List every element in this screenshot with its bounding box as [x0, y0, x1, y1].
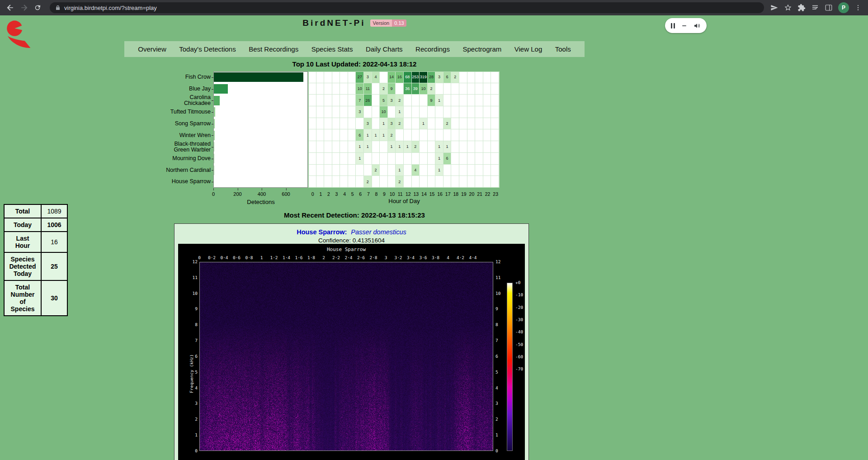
time-tick: 3·8	[432, 255, 439, 260]
volume-icon[interactable]	[693, 22, 701, 29]
heatmap-cell	[412, 118, 420, 130]
nav-item-daily-charts[interactable]: Daily Charts	[366, 45, 403, 53]
species-axis-tick	[211, 95, 213, 106]
heatmap-cell: 16	[396, 71, 404, 83]
top10-heading: Top 10 Last Updated: 2022-04-13 18:12	[124, 60, 585, 68]
species-axis-tick	[211, 83, 213, 95]
heatmap-cell	[372, 106, 380, 118]
heatmap-cell	[467, 95, 476, 106]
species-label: Song Sparrow	[162, 118, 211, 130]
species-axis-tick	[211, 153, 213, 165]
bar-axis-label: Detections	[213, 199, 308, 205]
time-tick: 0·6	[233, 255, 241, 260]
url-bar[interactable]: virginia.birdnetpi.com/?stream=play	[50, 2, 764, 13]
page-title: BirdNET-Pi	[302, 18, 365, 28]
heatmap-cell	[475, 141, 483, 153]
heatmap-cell	[340, 176, 348, 188]
heatmap-cell: 3	[364, 118, 372, 130]
hour-axis-tick: 17	[445, 191, 451, 197]
reload-button[interactable]	[32, 2, 43, 14]
freq-tick-right: 9	[495, 306, 498, 311]
heatmap-cell: 1	[380, 118, 388, 130]
heatmap-cell	[372, 118, 380, 130]
bar-cell	[213, 106, 308, 118]
freq-tick-left: 2	[195, 417, 198, 422]
species-label: Winter Wren	[162, 129, 211, 141]
heatmap-cell	[420, 106, 428, 118]
detections-bar	[213, 119, 215, 128]
extensions-puzzle-icon[interactable]	[797, 4, 806, 12]
detections-bar	[213, 107, 215, 117]
colorbar-tick: -20	[515, 305, 523, 310]
nav-item-recordings[interactable]: Recordings	[415, 45, 450, 53]
hour-axis-tick: 15	[429, 191, 435, 197]
heatmap-cell	[451, 118, 459, 130]
time-tick: 4·2	[457, 255, 464, 260]
heatmap-cell	[324, 106, 332, 118]
heatmap-cell	[348, 118, 356, 130]
detections-bar	[213, 166, 214, 175]
heatmap-cell	[412, 95, 420, 106]
heatmap-cell	[483, 83, 491, 95]
heatmap-cell	[491, 176, 499, 188]
heatmap-cell: 9	[388, 83, 396, 95]
heatmap-cell	[388, 153, 396, 165]
heatmap-cell	[451, 153, 459, 165]
heatmap-cell	[467, 129, 476, 141]
reading-list-icon[interactable]	[811, 4, 819, 12]
browser-toolbar: virginia.birdnetpi.com/?stream=play P	[0, 0, 868, 15]
heatmap-cell	[412, 129, 420, 141]
nav-item-tools[interactable]: Tools	[555, 45, 571, 53]
heatmap-cell: 26	[364, 95, 372, 106]
freq-tick-right: 4	[495, 385, 498, 390]
pause-button[interactable]	[671, 23, 675, 28]
forward-button[interactable]	[18, 2, 30, 14]
time-tick: 3·4	[407, 255, 415, 260]
nav-item-best-recordings[interactable]: Best Recordings	[249, 45, 298, 53]
birdnet-page: BirdNET-Pi Version 0.13 OverviewToday's …	[0, 15, 868, 460]
share-icon[interactable]	[770, 4, 778, 12]
heatmap-cell	[475, 165, 483, 176]
profile-avatar[interactable]: P	[838, 2, 849, 13]
bookmark-star-icon[interactable]	[784, 4, 792, 12]
heatmap-cell	[396, 153, 404, 165]
nav-item-overview[interactable]: Overview	[138, 45, 166, 53]
heatmap-cell	[316, 118, 325, 130]
bar-cell	[213, 165, 308, 176]
hour-axis-tick: 12	[406, 191, 411, 197]
species-row: Winter Wren61112	[162, 129, 500, 141]
colorbar-tick: -70	[515, 366, 523, 371]
species-label: Fish Crow	[162, 71, 211, 83]
nav-item-spectrogram[interactable]: Spectrogram	[462, 45, 501, 53]
side-panel-icon[interactable]	[825, 4, 833, 12]
heatmap-cell: 10	[420, 83, 428, 95]
heatmap-cell: 1	[364, 141, 372, 153]
back-button[interactable]	[5, 2, 16, 14]
detections-bar	[213, 131, 215, 140]
heatmap-cell	[308, 106, 316, 118]
nav-item-today-s-detections[interactable]: Today's Detections	[179, 45, 236, 53]
heatmap-cell	[475, 153, 483, 165]
heatmap-cell	[491, 83, 499, 95]
stats-value[interactable]: 30	[41, 280, 67, 316]
colorbar-tick: -10	[515, 292, 523, 297]
species-scientific-name-link[interactable]: Passer domesticus	[351, 228, 406, 236]
heatmap-cell	[483, 118, 491, 130]
stats-value[interactable]: 1006	[41, 218, 67, 232]
browser-menu-icon[interactable]	[854, 4, 862, 11]
stats-value[interactable]: 25	[41, 252, 67, 280]
time-tick: 0·4	[220, 255, 228, 260]
nav-item-view-log[interactable]: View Log	[514, 45, 542, 53]
heatmap-cell	[459, 83, 467, 95]
heatmap-cell	[483, 165, 491, 176]
hour-axis-tick: 1	[319, 191, 322, 197]
hour-axis-tick: 7	[367, 191, 370, 197]
species-common-name-link[interactable]: House Sparrow:	[297, 228, 347, 236]
nav-item-species-stats[interactable]: Species Stats	[311, 45, 353, 53]
heatmap-cell: 2	[380, 83, 388, 95]
freq-tick-left: 0	[195, 448, 198, 453]
heatmap-cell: 3	[356, 106, 364, 118]
spectrogram-title: House Sparrow	[199, 247, 493, 252]
heatmap-cell: 2	[396, 118, 404, 130]
hour-axis-tick: 18	[453, 191, 458, 197]
